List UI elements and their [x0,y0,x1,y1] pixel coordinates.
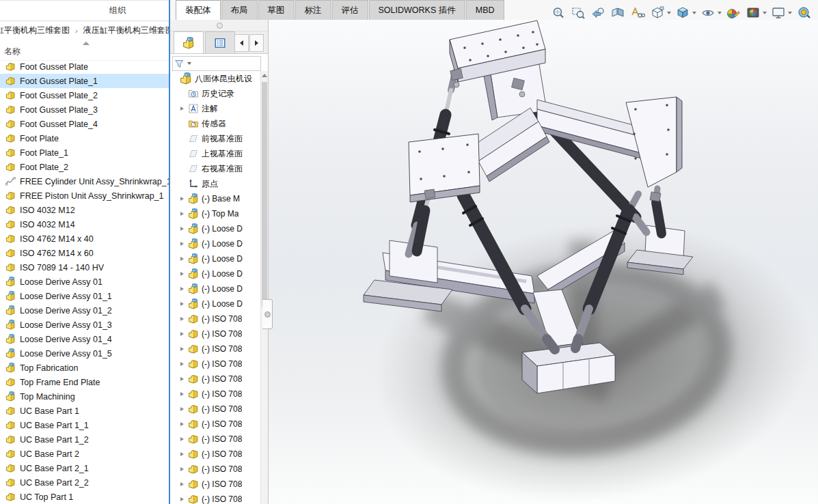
expand-arrow-icon[interactable] [180,287,188,291]
list-item[interactable]: Loose Derive Assy 01_2 [0,303,169,318]
expand-arrow-icon[interactable] [180,212,188,216]
expand-arrow-icon[interactable] [180,167,188,171]
panel-pin-icon[interactable] [217,23,223,29]
tree-item[interactable]: (-) Loose D [170,266,261,281]
edit-appearance-icon[interactable] [724,4,742,22]
scrollbar-thumb[interactable] [262,82,267,307]
expand-arrow-icon[interactable] [180,257,188,261]
view-orientation-icon[interactable] [649,4,672,22]
expand-arrow-icon[interactable] [180,302,188,306]
expand-arrow-icon[interactable] [180,377,188,381]
tree-item[interactable]: (-) Loose D [170,221,261,236]
tree-item[interactable]: (-) Base M [170,191,261,206]
command-tab[interactable]: 评估 [332,0,368,20]
list-item[interactable]: UC Base Part 2_2 [0,475,169,490]
filter-dropdown-icon[interactable] [187,62,191,65]
expand-arrow-icon[interactable] [180,407,188,411]
list-item[interactable]: Top Fabrication [0,361,169,375]
tree-item[interactable]: (-) ISO 708 [170,477,261,492]
expand-arrow-icon[interactable] [180,152,188,156]
tree-item[interactable]: 原点 [170,176,261,191]
tree-item[interactable]: (-) ISO 708 [170,462,261,477]
list-item[interactable]: Foot Gusset Plate_1 [0,74,169,88]
breadcrumb-folder-current[interactable]: 液压缸平衡机构三维套图 [83,25,169,36]
annotation-view-icon[interactable] [629,4,646,22]
list-item[interactable]: Foot Plate_1 [0,145,169,160]
command-tab[interactable]: 标注 [295,0,331,20]
measure-icon[interactable] [795,4,813,22]
tree-item[interactable]: (-) Loose D [170,236,261,251]
command-tab[interactable]: SOLIDWORKS 插件 [369,0,465,20]
tree-item[interactable]: (-) ISO 708 [170,356,261,372]
expand-arrow-icon[interactable] [172,76,180,81]
graphics-viewport[interactable] [269,20,818,504]
list-item[interactable]: Foot Gusset Plate_2 [0,88,169,102]
list-item[interactable]: Top Frame End Plate [0,375,169,389]
expand-arrow-icon[interactable] [180,137,188,141]
panel-back-button[interactable] [234,34,249,52]
tree-item[interactable]: 八面体昆虫机设 [170,71,261,86]
panel-splitter-handle[interactable] [262,299,273,329]
list-item[interactable]: UC Top Part 1 [0,490,169,504]
panel-forward-button[interactable] [249,34,264,52]
list-item[interactable]: Loose Derive Assy 01_1 [0,289,169,303]
expand-arrow-icon[interactable] [180,437,188,441]
tree-item[interactable]: (-) ISO 708 [170,341,261,356]
tree-item[interactable]: (-) ISO 708 [170,417,261,432]
list-item[interactable]: Foot Plate [0,131,169,145]
view-settings-icon[interactable] [769,4,793,22]
tree-item[interactable]: (-) ISO 708 [170,387,261,402]
expand-arrow-icon[interactable] [180,467,188,471]
list-item[interactable]: UC Base Part 1_2 [0,432,169,447]
command-tab[interactable]: 布局 [221,0,258,20]
expand-arrow-icon[interactable] [180,227,188,231]
tree-item[interactable]: (-) ISO 708 [170,326,261,341]
list-item[interactable]: Top Machining [0,389,169,404]
tree-item[interactable]: (-) ISO 708 [170,447,261,462]
tree-item[interactable]: 注解 [170,101,261,116]
breadcrumb-folder[interactable]: 缸平衡机构三维套图 [0,25,70,36]
list-item[interactable]: Foot Gusset Plate_3 [0,102,169,117]
expand-arrow-icon[interactable] [180,362,188,366]
expand-arrow-icon[interactable] [180,272,188,276]
list-column-header[interactable]: 名称 [0,40,169,61]
tree-item[interactable]: 历史记录 [170,86,261,101]
expand-arrow-icon[interactable] [180,92,188,96]
list-item[interactable]: Foot Gusset Plate [0,59,169,74]
expand-arrow-icon[interactable] [180,482,188,486]
tree-scrollbar[interactable] [260,71,268,504]
section-view-icon[interactable] [609,4,627,22]
tree-item[interactable]: 右视基准面 [170,161,261,176]
list-item[interactable]: UC Base Part 2 [0,447,169,461]
tree-item[interactable]: (-) Loose D [170,251,261,266]
list-item[interactable]: UC Base Part 1_1 [0,418,169,432]
tree-item[interactable]: (-) ISO 708 [170,492,261,504]
list-item[interactable]: ISO 4032 M12 [0,203,169,217]
organize-menu[interactable]: 组织 [109,5,126,16]
list-item[interactable]: ISO 4762 M14 x 40 [0,232,169,246]
tree-item[interactable]: 上视基准面 [170,146,261,161]
list-item[interactable]: FREE Cylinder Unit Assy_Shrinkwrap_1 [0,174,169,188]
panel-collapse-strip[interactable] [170,20,268,31]
expand-arrow-icon[interactable] [180,497,188,501]
expand-arrow-icon[interactable] [180,392,188,396]
tree-item[interactable]: (-) Loose D [170,281,261,296]
list-item[interactable]: Foot Plate_2 [0,160,169,174]
tree-item[interactable]: (-) ISO 708 [170,432,261,447]
apply-scene-icon[interactable] [744,4,767,22]
list-item[interactable]: Loose Derive Assy 01 [0,275,169,289]
tree-item[interactable]: 传感器 [170,116,261,131]
tree-item[interactable]: (-) ISO 708 [170,311,261,326]
zoom-area-icon[interactable] [569,4,587,22]
expand-arrow-icon[interactable] [180,332,188,336]
previous-view-icon[interactable] [589,4,607,22]
expand-arrow-icon[interactable] [180,122,188,126]
list-item[interactable]: ISO 7089 14 - 140 HV [0,260,169,275]
tree-item[interactable]: (-) ISO 708 [170,372,261,387]
tree-item[interactable]: (-) Top Ma [170,206,261,221]
list-item[interactable]: Loose Derive Assy 01_4 [0,332,169,346]
featuremanager-tree-tab[interactable] [174,31,204,53]
expand-arrow-icon[interactable] [180,452,188,456]
command-tab[interactable]: MBD [466,0,504,20]
scroll-up-icon[interactable] [262,74,267,77]
